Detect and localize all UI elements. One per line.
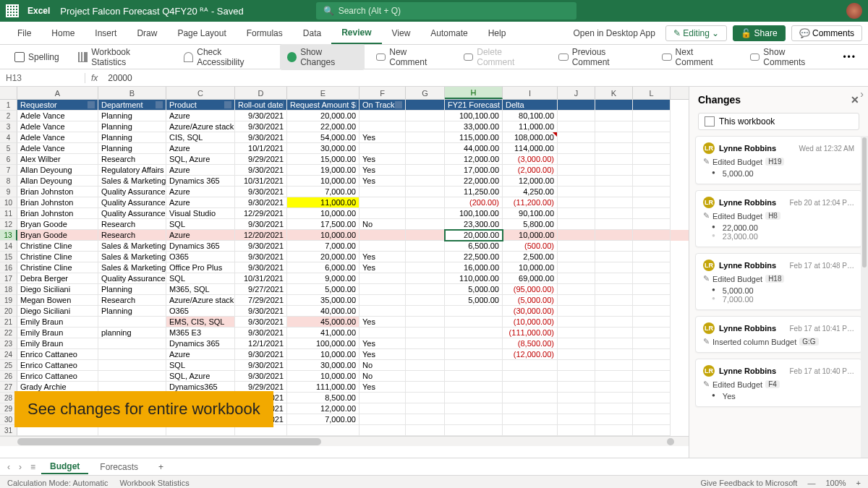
cell[interactable]: Planning xyxy=(98,284,166,295)
cell[interactable] xyxy=(558,197,595,208)
filter-dropdown-icon[interactable] xyxy=(283,101,284,108)
cell[interactable] xyxy=(595,273,633,284)
cell[interactable]: 114,000.00 xyxy=(503,143,558,154)
col-header-I[interactable]: I xyxy=(503,87,558,99)
cell[interactable] xyxy=(633,338,671,349)
col-header-F[interactable]: F xyxy=(359,87,406,99)
row-header[interactable]: 22 xyxy=(0,328,17,338)
cell[interactable]: (200.00) xyxy=(445,197,503,208)
cell[interactable]: Dynamics 365 xyxy=(166,241,235,252)
cell[interactable]: 11,000.00 xyxy=(503,121,558,132)
feedback-link[interactable]: Give Feedback to Microsoft xyxy=(701,479,798,487)
spelling-cmd[interactable]: Spelling xyxy=(7,49,67,65)
cell[interactable]: No xyxy=(359,371,406,382)
filter-dropdown-icon[interactable] xyxy=(395,101,402,108)
cell[interactable] xyxy=(558,219,595,230)
close-icon[interactable]: ✕ xyxy=(851,94,859,106)
cell[interactable]: 7,000.00 xyxy=(287,414,359,425)
tab-automate[interactable]: Automate xyxy=(420,22,477,44)
cell[interactable]: Azure xyxy=(166,197,235,208)
cell[interactable]: 5,000.00 xyxy=(445,295,503,306)
cell[interactable]: 22,000.00 xyxy=(445,176,503,187)
cell[interactable] xyxy=(406,252,445,262)
cell[interactable] xyxy=(406,111,445,121)
cell[interactable]: 9/30/2021 xyxy=(235,371,287,382)
cell[interactable]: 90,100.00 xyxy=(503,208,558,219)
row-header[interactable]: 17 xyxy=(0,273,17,284)
cell[interactable] xyxy=(558,252,595,262)
cell[interactable] xyxy=(633,414,671,425)
cell[interactable]: 30,000.00 xyxy=(287,360,359,371)
cell[interactable]: (30,000.00) xyxy=(503,306,558,317)
cell[interactable]: O365 xyxy=(166,252,235,262)
cell[interactable]: 100,100.00 xyxy=(445,111,503,121)
cell[interactable] xyxy=(633,262,671,273)
cell[interactable]: 23,300.00 xyxy=(445,219,503,230)
cell[interactable] xyxy=(287,425,359,436)
cell[interactable]: 44,000.00 xyxy=(445,143,503,154)
name-box[interactable]: H13 xyxy=(0,73,85,83)
cell[interactable]: Brian Johnston xyxy=(17,208,98,219)
zoom-out[interactable]: — xyxy=(807,479,815,487)
cell[interactable]: 10,000.00 xyxy=(287,371,359,382)
cell[interactable]: Yes xyxy=(359,132,406,143)
cell[interactable]: 11,250.00 xyxy=(445,187,503,197)
workbook-stats-status[interactable]: Workbook Statistics xyxy=(119,479,189,487)
cell[interactable] xyxy=(633,317,671,328)
row-header[interactable]: 24 xyxy=(0,349,17,360)
cell[interactable]: Diego Siciliani xyxy=(17,284,98,295)
cell[interactable] xyxy=(633,306,671,317)
sheet-nav-prev[interactable]: ‹ xyxy=(4,462,13,472)
cell[interactable] xyxy=(445,403,503,414)
header-cell[interactable]: Requestor xyxy=(17,100,98,111)
changes-filter[interactable]: This workbook xyxy=(698,113,859,130)
col-header-B[interactable]: B xyxy=(98,87,166,99)
row-header[interactable]: 7 xyxy=(0,165,17,176)
changes-scrollbar[interactable] xyxy=(861,136,868,458)
cell[interactable] xyxy=(359,328,406,338)
cell[interactable]: Adele Vance xyxy=(17,132,98,143)
cell[interactable]: 22,000.00 xyxy=(287,121,359,132)
cell[interactable]: Planning xyxy=(98,132,166,143)
cell[interactable]: (5,000.00) xyxy=(503,295,558,306)
add-sheet-button[interactable]: + xyxy=(150,461,172,474)
cell[interactable]: No xyxy=(359,219,406,230)
cell[interactable] xyxy=(595,349,633,360)
cell[interactable] xyxy=(595,393,633,403)
cell[interactable] xyxy=(558,176,595,187)
cell[interactable]: Azure/Azure stack xyxy=(166,121,235,132)
cell[interactable] xyxy=(595,121,633,132)
cell[interactable] xyxy=(445,317,503,328)
cell[interactable] xyxy=(503,425,558,436)
avatar[interactable] xyxy=(846,3,862,19)
cell[interactable]: 41,000.00 xyxy=(287,328,359,338)
row-header[interactable]: 8 xyxy=(0,176,17,187)
cell[interactable] xyxy=(503,393,558,403)
cell[interactable] xyxy=(633,371,671,382)
cell[interactable]: 20,000.00 xyxy=(287,111,359,121)
cell[interactable] xyxy=(633,273,671,284)
cell[interactable]: 10,000.00 xyxy=(287,208,359,219)
cell[interactable]: 30,000.00 xyxy=(287,143,359,154)
document-name[interactable]: Project Falcon Forecast Q4FY20 ᴿᴬ - Save… xyxy=(60,6,243,17)
cell[interactable]: Bryan Goode xyxy=(17,219,98,230)
cell[interactable]: Planning xyxy=(98,111,166,121)
cell[interactable] xyxy=(558,349,595,360)
cell[interactable]: 6,000.00 xyxy=(287,262,359,273)
show-changes-cmd[interactable]: Show Changes xyxy=(280,44,365,70)
cell[interactable] xyxy=(558,154,595,165)
calc-mode[interactable]: Calculation Mode: Automatic xyxy=(7,479,108,487)
cell[interactable]: 20,000.00 xyxy=(287,252,359,262)
row-header-1[interactable]: 1 xyxy=(0,100,17,111)
row-header[interactable]: 2 xyxy=(0,111,17,121)
horizontal-scrollbar[interactable] xyxy=(0,436,689,446)
cell[interactable]: Dynamics 365 xyxy=(166,176,235,187)
cell[interactable] xyxy=(633,403,671,414)
tab-data[interactable]: Data xyxy=(293,22,331,44)
cell[interactable] xyxy=(503,382,558,393)
cell[interactable]: Yes xyxy=(359,262,406,273)
cell[interactable] xyxy=(595,306,633,317)
cell[interactable] xyxy=(359,403,406,414)
cell[interactable] xyxy=(595,187,633,197)
row-header[interactable]: 5 xyxy=(0,143,17,154)
